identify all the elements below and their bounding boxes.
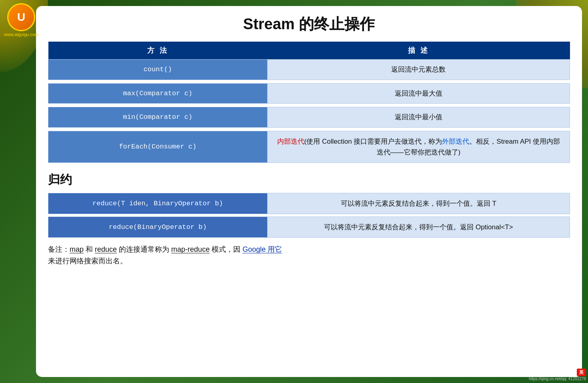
qq-badge: 英 <box>577 369 586 376</box>
desc-foreach: 内部迭代(使用 Collection 接口需要用户去做迭代，称为外部迭代。相反，… <box>267 131 570 162</box>
note-part5: 来进行网络搜索而出名。 <box>48 257 127 265</box>
logo-icon: U <box>7 3 35 31</box>
foreach-outer-label: 外部迭代 <box>442 138 469 145</box>
page-title: Stream 的终止操作 <box>48 14 570 34</box>
table-row: max(Comparator c) 返回流中最大值 <box>48 83 570 104</box>
table-row: count() 返回流中元素总数 <box>48 60 570 80</box>
method-count: count() <box>48 60 268 80</box>
foreach-inner-label: 内部迭代 <box>277 138 304 145</box>
note-part1: 备注： <box>48 245 70 253</box>
note-map-underline: map <box>70 245 84 253</box>
note-reduce-underline: reduce <box>95 245 117 253</box>
col-header-description: 描 述 <box>267 42 570 60</box>
note-part2: 和 <box>84 245 95 253</box>
qq-watermark: 英 https://qing.cn.net/qq: 41202278 <box>529 369 586 381</box>
foreach-desc-1: (使用 Collection 接口需要用户去做迭代，称为 <box>304 138 442 145</box>
col-header-method: 方 法 <box>48 42 268 60</box>
table-row: reduce(BinaryOperator b) 可以将流中元素反复结合起来，得… <box>48 217 570 238</box>
note-part4: 模式，因 <box>210 245 242 253</box>
method-max: max(Comparator c) <box>48 83 268 104</box>
method-reduce-no-identity: reduce(BinaryOperator b) <box>48 217 268 238</box>
main-card: Stream 的终止操作 方 法 描 述 count() 返回流中元素总数 ma… <box>36 6 582 377</box>
desc-reduce-no-identity: 可以将流中元素反复结合起来，得到一个值。返回 Optional<T> <box>267 217 570 238</box>
method-reduce-identity: reduce(T iden, BinaryOperator b) <box>48 193 268 214</box>
reduce-section-title: 归约 <box>48 172 570 188</box>
desc-count: 返回流中元素总数 <box>267 60 570 80</box>
desc-reduce-identity: 可以将流中元素反复结合起来，得到一个值。返回 T <box>267 193 570 214</box>
reduce-row-separator <box>48 214 570 217</box>
desc-min: 返回流中最小值 <box>267 107 570 128</box>
note-text: 备注：map 和 reduce 的连接通常称为 map-reduce 模式，因 … <box>48 244 570 267</box>
note-google: Google 用它 <box>242 245 282 253</box>
row-separator <box>48 127 570 131</box>
table-row: forEach(Consumer c) 内部迭代(使用 Collection 接… <box>48 131 570 162</box>
table-row: min(Comparator c) 返回流中最小值 <box>48 107 570 128</box>
note-part3: 的连接通常称为 <box>117 245 171 253</box>
row-separator <box>48 80 570 83</box>
method-foreach: forEach(Consumer c) <box>48 131 268 162</box>
reduce-table: reduce(T iden, BinaryOperator b) 可以将流中元素… <box>48 193 570 238</box>
logo-url: www.atguigu.com <box>4 32 38 37</box>
method-min: min(Comparator c) <box>48 107 268 128</box>
desc-max: 返回流中最大值 <box>267 83 570 104</box>
terminal-ops-table: 方 法 描 述 count() 返回流中元素总数 max(Comparator … <box>48 42 570 163</box>
table-row: reduce(T iden, BinaryOperator b) 可以将流中元素… <box>48 193 570 214</box>
logo-area: U www.atguigu.com <box>4 3 38 37</box>
note-mapreduce-underline: map-reduce <box>171 245 210 253</box>
qq-url: https://qing.cn.net/qq: 41202278 <box>529 377 586 381</box>
row-separator <box>48 104 570 107</box>
